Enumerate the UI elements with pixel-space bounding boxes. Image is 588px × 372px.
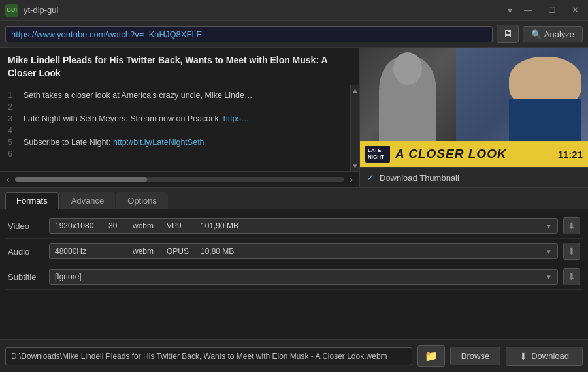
left-panel: Mike Lindell Pleads for His Twitter Back… — [0, 48, 359, 187]
audio-format-text: 48000Hz webm OPUS 10,80 MB — [55, 247, 546, 256]
main-content: Mike Lindell Pleads for His Twitter Back… — [0, 48, 588, 188]
line-text-5: Subscribe to Late Night: http://bit.ly/L… — [24, 138, 359, 147]
scroll-left-btn[interactable]: ‹ — [4, 174, 12, 185]
desc-line-4: 4 — [0, 125, 359, 136]
title-bar-controls: ▾ — ☐ ✕ — [508, 4, 583, 16]
thumbnail-left — [360, 48, 456, 141]
app-title: yt-dlp-gui — [24, 5, 58, 15]
line-num-2: 2 — [0, 102, 18, 112]
duration-text: 11:21 — [558, 149, 583, 160]
close-button[interactable]: ✕ — [568, 4, 583, 16]
download-btn-icon: ⬇ — [519, 351, 527, 362]
thumbnail-right — [456, 48, 588, 141]
late-night-logo: LATE NIGHT — [365, 146, 390, 162]
scroll-right-btn[interactable]: › — [347, 174, 355, 185]
subtitle-download-btn[interactable]: ⬇ — [563, 268, 580, 285]
peacock-link[interactable]: https… — [223, 114, 250, 123]
url-bar: 🖥 🔍 Analyze — [0, 21, 588, 48]
browse-button[interactable]: Browse — [450, 347, 500, 365]
video-format-select[interactable]: 1920x1080 30 webm VP9 101,90 MB ▼ — [49, 218, 558, 234]
app-icon: GUI — [5, 4, 18, 17]
scroll-up-btn[interactable]: ▲ — [351, 85, 359, 95]
logo-line2: NIGHT — [368, 154, 387, 161]
desc-line-3: 3 Late Night with Seth Meyers. Stream no… — [0, 113, 359, 125]
bottom-bar: D:\Downloads\Mike Lindell Pleads for His… — [0, 339, 588, 372]
folder-button[interactable]: 📁 — [417, 345, 445, 367]
tab-advance[interactable]: Advance — [60, 192, 116, 209]
desc-line-6: 6 — [0, 148, 359, 160]
closer-look-text: A CLOSER LOOK — [395, 147, 553, 161]
audio-codec: OPUS — [167, 247, 193, 256]
title-bar-left: GUI yt-dlp-gui — [5, 4, 58, 17]
url-input[interactable] — [5, 26, 493, 42]
video-format-text: 1920x1080 30 webm VP9 101,90 MB — [55, 221, 546, 230]
subscribe-link[interactable]: http://bit.ly/LateNightSeth — [113, 138, 204, 147]
output-path: D:\Downloads\Mike Lindell Pleads for His… — [5, 347, 412, 365]
audio-container: webm — [133, 247, 159, 256]
audio-dropdown-arrow: ▼ — [546, 248, 552, 255]
line-text-2 — [24, 102, 359, 112]
formats-section: Video 1920x1080 30 webm VP9 101,90 MB ▼ … — [0, 209, 588, 294]
video-dropdown-arrow: ▼ — [546, 223, 552, 230]
maximize-button[interactable]: ☐ — [544, 4, 560, 16]
subtitle-label: Subtitle — [8, 272, 44, 282]
subtitle-dropdown-arrow: ▼ — [546, 273, 552, 281]
video-label: Video — [8, 221, 44, 231]
video-download-btn[interactable]: ⬇ — [563, 217, 580, 234]
line-num-3: 3 — [0, 114, 18, 123]
line-text-3: Late Night with Seth Meyers. Stream now … — [24, 114, 359, 123]
description-area: 1 Seth takes a closer look at America's … — [0, 85, 359, 171]
thumbnail-image — [360, 48, 588, 141]
video-codec: VP9 — [167, 221, 193, 230]
video-format-row: Video 1920x1080 30 webm VP9 101,90 MB ▼ … — [5, 213, 583, 239]
line-num-4: 4 — [0, 126, 18, 135]
thumbnail-checkbox[interactable]: ✓ — [367, 172, 374, 183]
line-num-5: 5 — [0, 138, 18, 147]
tabs-row: Formats Advance Options — [0, 188, 588, 209]
subtitle-format-row: Subtitle [Ignore] ▼ ⬇ — [5, 264, 583, 290]
audio-download-btn[interactable]: ⬇ — [563, 243, 580, 260]
video-fps: 30 — [108, 221, 125, 230]
video-size: 101,90 MB — [201, 221, 238, 230]
monitor-button[interactable]: 🖥 — [497, 25, 519, 43]
logo-line1: LATE — [368, 147, 387, 154]
video-container: webm — [133, 221, 159, 230]
vertical-scrollbar[interactable]: ▲ ▼ — [350, 85, 359, 171]
audio-format-row: Audio 48000Hz webm OPUS 10,80 MB ▼ ⬇ — [5, 239, 583, 264]
minimize-button[interactable]: — — [520, 4, 536, 16]
thumbnail-bottom-bar: LATE NIGHT A CLOSER LOOK 11:21 — [360, 141, 588, 167]
thumbnail-container — [360, 48, 588, 141]
audio-format-select[interactable]: 48000Hz webm OPUS 10,80 MB ▼ — [49, 243, 558, 259]
line-text-1: Seth takes a closer look at America's cr… — [24, 91, 359, 100]
tab-formats[interactable]: Formats — [5, 192, 59, 209]
horizontal-scrollbar-area: ‹ › — [0, 171, 359, 187]
dropdown-icon: ▾ — [508, 5, 512, 16]
subtitle-value: [Ignore] — [55, 272, 82, 281]
subtitle-format-text: [Ignore] — [55, 272, 546, 281]
audio-label: Audio — [8, 247, 44, 256]
analyze-button[interactable]: 🔍 Analyze — [523, 26, 583, 42]
scroll-down-btn[interactable]: ▼ — [351, 161, 359, 171]
download-thumbnail-row: ✓ Download Thumbnail — [360, 167, 588, 187]
desc-lines: 1 Seth takes a closer look at America's … — [0, 85, 359, 160]
video-resolution: 1920x1080 — [55, 221, 101, 230]
line-text-4 — [24, 126, 359, 135]
title-bar: GUI yt-dlp-gui ▾ — ☐ ✕ — [0, 0, 588, 21]
download-thumbnail-label: Download Thumbnail — [380, 173, 459, 183]
horizontal-scrollbar[interactable] — [15, 177, 345, 182]
download-btn-label: Download — [531, 351, 569, 361]
right-panel: LATE NIGHT A CLOSER LOOK 11:21 ✓ Downloa… — [359, 48, 588, 187]
line-text-6 — [24, 149, 359, 159]
line-num-6: 6 — [0, 149, 18, 159]
tab-options[interactable]: Options — [116, 192, 168, 209]
audio-size: 10,80 MB — [201, 247, 234, 256]
audio-sample-rate: 48000Hz — [55, 247, 101, 256]
desc-line-5: 5 Subscribe to Late Night: http://bit.ly… — [0, 136, 359, 148]
line-num-1: 1 — [0, 91, 18, 100]
analyze-icon: 🔍 — [531, 29, 542, 39]
download-button[interactable]: ⬇ Download — [506, 347, 583, 366]
subtitle-format-select[interactable]: [Ignore] ▼ — [49, 269, 558, 285]
analyze-label: Analyze — [544, 29, 574, 39]
desc-line-2: 2 — [0, 101, 359, 113]
video-title: Mike Lindell Pleads for His Twitter Back… — [0, 48, 359, 85]
